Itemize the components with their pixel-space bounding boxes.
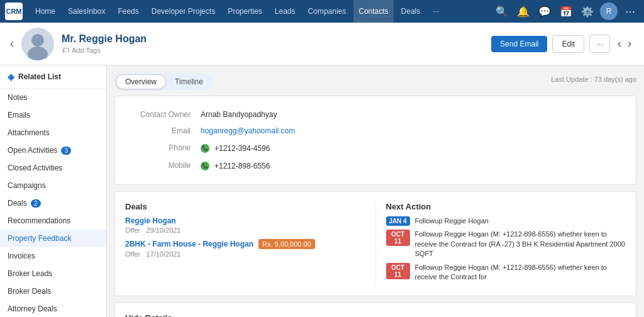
mobile-green-dot: 📞 (201, 162, 209, 170)
tab-overview[interactable]: Overview (116, 74, 166, 89)
notes-label: Notes (8, 93, 27, 102)
tabs-row: Overview Timeline Last Update : 73 day(s… (114, 73, 636, 91)
next-record-button[interactable]: › (625, 36, 634, 52)
attorney-deals-label: Attorney Deals (8, 304, 57, 313)
sidebar-item-recommendations[interactable]: Recommendations (0, 212, 106, 230)
deals-next-action-card: Deals Reggie Hogan Offer 29/10/2021 2BHK… (114, 191, 636, 296)
deal1-name[interactable]: Reggie Hogan (125, 216, 365, 225)
apps-icon[interactable]: ⋯ (621, 3, 639, 20)
mobile-icon-row: 📞 +1212-898-6556 (201, 162, 270, 170)
mobile-field: Mobile 📞 +1212-898-6556 (125, 157, 626, 174)
action3-date-badge: OCT 11 (386, 263, 410, 279)
sidebar-item-open-activities[interactable]: Open Activities 3 (0, 142, 106, 159)
sidebar-item-closed-activities[interactable]: Closed Activities (0, 159, 106, 177)
more-options-button[interactable]: ··· (589, 35, 610, 53)
top-navigation: CRM Home SalesInbox Feeds Developer Proj… (0, 0, 644, 23)
deal2-date: 17/10/2021 (146, 250, 180, 258)
phone-value: 📞 +1212-394-4596 (201, 143, 270, 153)
emails-label: Emails (8, 111, 30, 120)
nav-contacts[interactable]: Contacts (353, 0, 393, 23)
notifications-icon[interactable]: 🔔 (514, 3, 532, 20)
two-col-layout: Deals Reggie Hogan Offer 29/10/2021 2BHK… (125, 202, 626, 286)
sidebar-item-invoices[interactable]: Invoices (0, 247, 106, 265)
email-field: Email hoganregg@yahoomail.com (125, 123, 626, 139)
action1-date-badge: JAN 4 (386, 216, 410, 226)
nav-home[interactable]: Home (30, 0, 60, 23)
nav-feeds[interactable]: Feeds (113, 0, 143, 23)
app-logo[interactable]: CRM (5, 3, 23, 20)
add-tags-button[interactable]: 🏷 Add Tags (62, 46, 484, 55)
mobile-number: +1212-898-6556 (214, 162, 270, 170)
action2-date-badge: OCT 11 (386, 230, 410, 246)
search-icon[interactable]: 🔍 (493, 3, 511, 20)
prev-record-button[interactable]: ‹ (615, 36, 624, 52)
campaigns-label: Campaigns (8, 181, 46, 190)
edit-button[interactable]: Edit (552, 35, 584, 53)
action-item-1: JAN 4 Followup Reggie Hogan (386, 216, 626, 226)
email-value[interactable]: hoganregg@yahoomail.com (201, 126, 295, 135)
phone-number: +1212-394-4596 (214, 144, 270, 153)
invoices-label: Invoices (8, 252, 35, 260)
sidebar-item-deals[interactable]: Deals 2 (0, 194, 106, 212)
user-avatar[interactable]: R (600, 3, 618, 20)
contact-details-card: Contact Owner Arnab Bandyopadhyay Email … (114, 96, 636, 185)
header-actions: Send Email Edit ··· ‹ › (491, 35, 634, 53)
svg-point-1 (31, 34, 44, 47)
action1-text: Followup Reggie Hogan (415, 216, 489, 226)
open-activities-label: Open Activities (8, 146, 57, 155)
phone-icon-row: 📞 +1212-394-4596 (201, 144, 270, 153)
sidebar-item-attorney-deals[interactable]: Attorney Deals (0, 300, 106, 317)
sidebar-item-notes[interactable]: Notes (0, 89, 106, 106)
hide-details-card: Hide Details Contact Information (114, 303, 636, 317)
deal1-meta: Offer 29/10/2021 (125, 226, 365, 234)
tab-group: Overview Timeline (114, 73, 213, 91)
phone-field: Phone 📞 +1212-394-4596 (125, 139, 626, 157)
nav-deals[interactable]: Deals (396, 0, 426, 23)
hide-details-title[interactable]: Hide Details (125, 313, 626, 317)
sidebar-item-broker-leads[interactable]: Broker Leads (0, 265, 106, 282)
sidebar-item-campaigns[interactable]: Campaigns (0, 177, 106, 194)
tag-icon: 🏷 (62, 46, 69, 55)
deals-label: Deals (8, 199, 27, 208)
deal2-name[interactable]: 2BHK - Farm House - Reggie Hogan (125, 240, 253, 248)
nav-properties[interactable]: Properties (223, 0, 267, 23)
back-button[interactable]: ‹ (10, 37, 14, 50)
nav-leads[interactable]: Leads (270, 0, 301, 23)
deal2-meta: Offer 17/10/2021 (125, 250, 365, 258)
mobile-value: 📞 +1212-898-6556 (201, 160, 270, 170)
tab-timeline[interactable]: Timeline (166, 74, 212, 89)
action2-text: Followup Reggie Hogan (M: +1212-898-6556… (415, 230, 626, 259)
nav-salesinbox[interactable]: SalesInbox (63, 0, 110, 23)
sidebar-item-property-feedback[interactable]: Property Feedback (0, 230, 106, 247)
deal2-price-badge: Rs. 9,00,000.00 (258, 239, 315, 249)
action-item-2: OCT 11 Followup Reggie Hogan (M: +1212-8… (386, 230, 626, 259)
sidebar-item-emails[interactable]: Emails (0, 106, 106, 124)
settings-icon[interactable]: ⚙️ (579, 3, 596, 20)
sidebar-item-attachments[interactable]: Attachments (0, 124, 106, 142)
mobile-label: Mobile (125, 161, 201, 170)
attachments-label: Attachments (8, 128, 50, 137)
calendar-icon[interactable]: 📅 (557, 3, 575, 20)
nav-more[interactable]: ··· (428, 0, 444, 23)
sidebar-title: Related List (18, 72, 61, 81)
messages-icon[interactable]: 💬 (536, 3, 553, 20)
deal2-row: 2BHK - Farm House - Reggie Hogan Rs. 9,0… (125, 239, 365, 249)
send-email-button[interactable]: Send Email (491, 36, 547, 52)
sidebar-item-broker-deals[interactable]: Broker Deals (0, 282, 106, 300)
main-layout: ◈ Related List Notes Emails Attachments … (0, 65, 644, 317)
avatar (21, 28, 54, 60)
email-label: Email (125, 126, 201, 135)
next-action-column: Next Action JAN 4 Followup Reggie Hogan … (386, 202, 626, 286)
next-action-title: Next Action (386, 202, 626, 211)
contact-fields: Contact Owner Arnab Bandyopadhyay Email … (125, 106, 626, 174)
nav-companies[interactable]: Companies (303, 0, 352, 23)
nav-developer-projects[interactable]: Developer Projects (147, 0, 220, 23)
deals-title: Deals (125, 202, 365, 211)
owner-label: Contact Owner (125, 110, 201, 119)
content-area: Overview Timeline Last Update : 73 day(s… (107, 65, 644, 317)
contact-header: ‹ Mr. Reggie Hogan 🏷 Add Tags Send Email… (0, 23, 644, 65)
nav-right-actions: 🔍 🔔 💬 📅 ⚙️ R ⋯ (493, 3, 639, 20)
owner-value: Arnab Bandyopadhyay (201, 110, 277, 119)
action-item-3: OCT 11 Followup Reggie Hogan (M: +1212-8… (386, 263, 626, 282)
recommendations-label: Recommendations (8, 216, 70, 225)
